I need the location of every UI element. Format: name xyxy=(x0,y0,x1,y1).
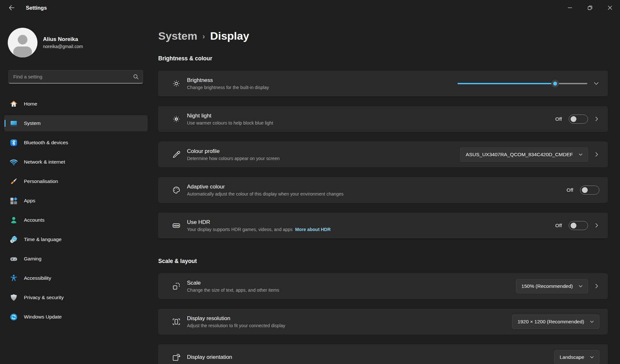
user-profile[interactable]: Alius Noreika noreika@gmail.com xyxy=(8,28,152,57)
display-resolution-icon xyxy=(172,317,181,326)
use-hdr-chevron[interactable] xyxy=(594,223,599,228)
search-icon xyxy=(133,74,139,80)
night-light-row[interactable]: Night light Use warmer colours to help b… xyxy=(158,106,608,132)
close-button[interactable] xyxy=(600,0,620,15)
display-orientation-dropdown-value: Landscape xyxy=(560,354,584,360)
minimize-button[interactable] xyxy=(560,0,580,15)
scale-subtitle: Change the size of text, apps, and other… xyxy=(187,288,516,293)
window-title: Settings xyxy=(26,5,47,11)
display-resolution-dropdown[interactable]: 1920 × 1200 (Recommended) xyxy=(512,315,599,329)
colour-profile-title: Colour profile xyxy=(187,148,460,155)
colour-profile-icon xyxy=(172,150,181,159)
sidebar-item-windows-update[interactable]: Windows Update xyxy=(4,309,148,325)
use-hdr-row[interactable]: HDR Use HDR Your display supports HDR ga… xyxy=(158,213,608,238)
gaming-icon xyxy=(9,254,18,263)
sidebar-item-time-language[interactable]: Time & language xyxy=(4,231,148,248)
sidebar-item-accounts[interactable]: Accounts xyxy=(4,212,148,228)
night-light-title: Night light xyxy=(187,113,555,119)
restore-button[interactable] xyxy=(580,0,600,15)
scale-icon xyxy=(172,282,181,291)
scale-chevron[interactable] xyxy=(594,283,599,289)
brightness-slider[interactable] xyxy=(458,79,587,88)
night-light-toggle[interactable] xyxy=(569,115,588,124)
display-orientation-row: Display orientation Landscape xyxy=(158,344,608,364)
display-resolution-dropdown-value: 1920 × 1200 (Recommended) xyxy=(518,319,584,325)
user-email: noreika@gmail.com xyxy=(43,44,83,49)
more-about-hdr-link[interactable]: More about HDR xyxy=(295,227,331,232)
windows-update-icon xyxy=(9,312,18,321)
brightness-slider-thumb[interactable] xyxy=(551,80,559,87)
adaptive-colour-toggle-label: Off xyxy=(567,187,573,193)
chevron-down-icon xyxy=(578,152,583,157)
adaptive-colour-subtitle: Automatically adjust the colour of this … xyxy=(187,191,567,197)
time-language-icon xyxy=(9,235,18,244)
night-light-subtitle: Use warmer colours to help block blue li… xyxy=(187,120,555,126)
home-icon xyxy=(9,99,18,108)
brightness-title: Brightness xyxy=(187,77,458,84)
brightness-icon xyxy=(172,79,181,88)
sidebar-item-system[interactable]: System xyxy=(4,115,148,131)
display-orientation-title: Display orientation xyxy=(187,354,554,360)
chevron-right-icon xyxy=(594,223,599,228)
sidebar-item-accessibility[interactable]: Accessibility xyxy=(4,270,148,286)
back-button[interactable] xyxy=(5,2,18,14)
search-box[interactable] xyxy=(8,70,143,84)
scale-dropdown-value: 150% (Recommended) xyxy=(522,283,573,289)
breadcrumb-separator: › xyxy=(202,28,205,45)
close-icon xyxy=(607,5,613,10)
sidebar: Alius Noreika noreika@gmail.com Home xyxy=(0,15,152,364)
sidebar-item-personalisation[interactable]: Personalisation xyxy=(4,173,148,189)
sidebar-item-bluetooth[interactable]: Bluetooth & devices xyxy=(4,135,148,151)
use-hdr-subtitle: Your display supports HDR games, videos,… xyxy=(187,227,293,232)
privacy-shield-icon xyxy=(9,293,18,302)
bluetooth-icon xyxy=(9,138,18,147)
sidebar-item-network[interactable]: Network & internet xyxy=(4,154,148,170)
apps-icon xyxy=(9,196,18,205)
chevron-down-icon xyxy=(593,80,599,86)
display-resolution-title: Display resolution xyxy=(187,315,512,322)
night-light-toggle-label: Off xyxy=(555,116,562,122)
use-hdr-toggle-label: Off xyxy=(555,223,562,228)
chevron-down-icon xyxy=(590,319,594,324)
display-resolution-row: Display resolution Adjust the resolution… xyxy=(158,309,608,334)
colour-profile-row[interactable]: Colour profile Determine how colours app… xyxy=(158,142,608,167)
network-icon xyxy=(9,157,18,167)
night-light-chevron[interactable] xyxy=(594,116,599,122)
brightness-expand-button[interactable] xyxy=(593,80,599,86)
colour-profile-subtitle: Determine how colours appear on your scr… xyxy=(187,156,460,161)
scale-dropdown[interactable]: 150% (Recommended) xyxy=(516,279,588,293)
page-title: Display xyxy=(210,28,249,44)
use-hdr-title: Use HDR xyxy=(187,219,555,226)
accessibility-icon xyxy=(9,274,18,283)
sidebar-item-apps[interactable]: Apps xyxy=(4,193,148,209)
restore-icon xyxy=(587,5,593,10)
chevron-right-icon xyxy=(594,116,599,122)
use-hdr-toggle[interactable] xyxy=(569,221,588,230)
colour-profile-chevron[interactable] xyxy=(594,152,599,157)
hdr-icon: HDR xyxy=(172,221,181,230)
display-orientation-dropdown[interactable]: Landscape xyxy=(554,350,599,364)
sidebar-item-privacy-security[interactable]: Privacy & security xyxy=(4,289,148,306)
avatar xyxy=(8,28,37,57)
sidebar-item-gaming[interactable]: Gaming xyxy=(4,251,148,267)
display-orientation-icon xyxy=(172,353,181,362)
adaptive-colour-row: Adaptive colour Automatically adjust the… xyxy=(158,177,608,203)
adaptive-colour-toggle[interactable] xyxy=(580,186,599,195)
brightness-subtitle: Change brightness for the built-in displ… xyxy=(187,85,458,90)
brightness-row: Brightness Change brightness for the bui… xyxy=(158,71,608,96)
adaptive-colour-title: Adaptive colour xyxy=(187,184,567,190)
chevron-right-icon xyxy=(594,152,599,157)
adaptive-colour-icon xyxy=(172,186,181,195)
accounts-icon xyxy=(9,216,18,225)
scale-title: Scale xyxy=(187,280,516,286)
back-arrow-icon xyxy=(8,4,15,11)
scale-row[interactable]: Scale Change the size of text, apps, and… xyxy=(158,273,608,299)
section-heading-brightness-colour: Brightness & colour xyxy=(158,54,608,63)
search-input[interactable] xyxy=(13,74,133,79)
sidebar-item-home[interactable]: Home xyxy=(4,96,148,112)
night-light-icon xyxy=(172,115,181,124)
breadcrumb: System › Display xyxy=(158,27,608,45)
breadcrumb-system[interactable]: System xyxy=(158,28,197,44)
user-name: Alius Noreika xyxy=(43,36,83,43)
colour-profile-dropdown[interactable]: ASUS_UX3407RA_QCOM_834C420D_CMDEF xyxy=(460,147,588,162)
